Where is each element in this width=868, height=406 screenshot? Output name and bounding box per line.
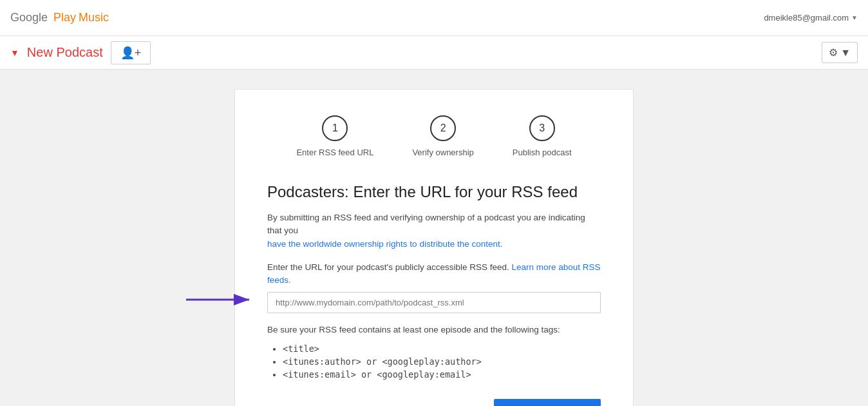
step-1-number: 1 xyxy=(332,122,338,134)
add-person-button[interactable]: 👤+ xyxy=(111,41,151,64)
tags-list: <title> <itunes:author> or <googleplay:a… xyxy=(267,343,601,380)
form-title: Podcasters: Enter the URL for your RSS f… xyxy=(267,183,601,201)
tag-item-title: <title> xyxy=(283,343,601,354)
user-dropdown-arrow: ▼ xyxy=(851,14,858,21)
step-2-number: 2 xyxy=(440,122,446,134)
tag-item-email: <itunes:email> or <googleplay:email> xyxy=(283,369,601,380)
nav-left: ▼ New Podcast 👤+ xyxy=(10,41,151,64)
step-1: 1 Enter RSS feed URL xyxy=(296,115,373,157)
arrow-icon xyxy=(184,292,254,307)
rss-input-row xyxy=(267,292,601,313)
nav-right: ⚙ ▼ xyxy=(822,42,858,63)
main-content: 1 Enter RSS feed URL 2 Verify ownership … xyxy=(0,70,868,406)
step-1-circle: 1 xyxy=(322,115,348,141)
top-nav: Google Play Music dmeikle85@gmail.com ▼ xyxy=(0,0,868,36)
step-3-number: 3 xyxy=(539,122,545,134)
steps: 1 Enter RSS feed URL 2 Verify ownership … xyxy=(267,115,601,157)
form-label: Enter the URL for your podcast's publicl… xyxy=(267,261,601,287)
chevron-down-icon[interactable]: ▼ xyxy=(10,48,19,58)
submit-rss-button[interactable]: SUBMIT RSS FEED xyxy=(494,399,601,407)
submit-row: SUBMIT RSS FEED xyxy=(267,399,601,407)
arrow-container xyxy=(184,292,254,307)
form-desc-text: By submitting an RSS feed and verifying … xyxy=(267,213,585,235)
step-1-label: Enter RSS feed URL xyxy=(296,148,373,157)
logo-music: Music xyxy=(79,11,109,24)
step-2-label: Verify ownership xyxy=(412,148,473,157)
logo-google: Google xyxy=(10,11,48,24)
ownership-link[interactable]: have the worldwide ownership rights to d… xyxy=(267,239,502,249)
logo-play: Play xyxy=(50,11,76,24)
form-label-text: Enter the URL for your podcast's publicl… xyxy=(267,262,509,272)
user-menu[interactable]: dmeikle85@gmail.com ▼ xyxy=(764,13,858,23)
step-3-label: Publish podcast xyxy=(513,148,572,157)
secondary-nav: ▼ New Podcast 👤+ ⚙ ▼ xyxy=(0,36,868,70)
form-description: By submitting an RSS feed and verifying … xyxy=(267,211,601,251)
tag-item-author: <itunes:author> or <googleplay:author> xyxy=(283,356,601,367)
logo-area: Google Play Music xyxy=(10,11,109,24)
gear-icon: ⚙ xyxy=(829,46,838,59)
tags-description: Be sure your RSS feed contains at least … xyxy=(267,324,601,336)
settings-button[interactable]: ⚙ ▼ xyxy=(822,42,858,63)
card: 1 Enter RSS feed URL 2 Verify ownership … xyxy=(234,89,634,406)
user-email: dmeikle85@gmail.com xyxy=(764,13,849,23)
page-title: New Podcast xyxy=(27,45,103,60)
rss-feed-input[interactable] xyxy=(267,292,601,313)
add-person-icon: 👤+ xyxy=(120,46,142,60)
gear-dropdown-arrow: ▼ xyxy=(840,47,851,59)
step-2-circle: 2 xyxy=(430,115,456,141)
step-3-circle: 3 xyxy=(529,115,555,141)
input-wrapper xyxy=(267,292,601,313)
step-2: 2 Verify ownership xyxy=(412,115,473,157)
step-3: 3 Publish podcast xyxy=(513,115,572,157)
